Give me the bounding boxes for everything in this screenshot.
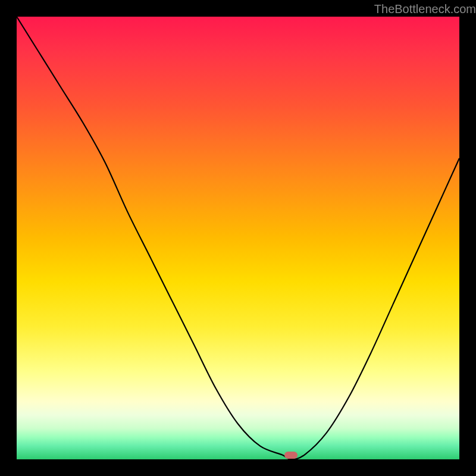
plot-area xyxy=(17,17,459,459)
watermark-text: TheBottleneck.com xyxy=(374,2,476,16)
bottleneck-curve-line xyxy=(17,17,459,459)
curve-svg xyxy=(17,17,459,459)
chart-container: TheBottleneck.com xyxy=(17,0,476,459)
optimal-point-marker xyxy=(284,452,298,459)
